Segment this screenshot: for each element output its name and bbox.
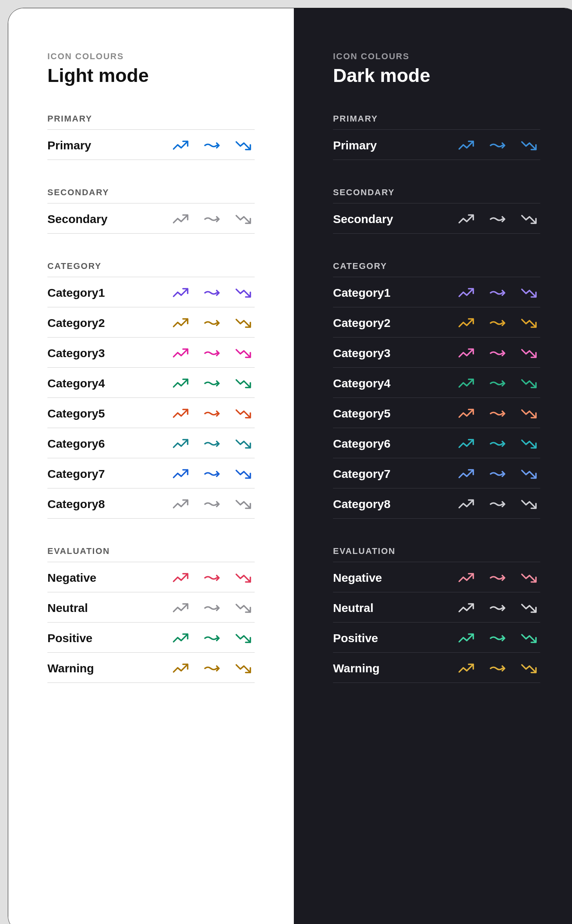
- trend-up-icon: [169, 661, 192, 675]
- swatch-label: Category7: [47, 467, 105, 481]
- swatch-label: Category1: [47, 286, 105, 300]
- section-label: SECONDARY: [47, 187, 255, 203]
- swatch-row-category3: Category3: [47, 338, 255, 368]
- sections-dark: PRIMARYPrimarySECONDARYSecondaryCATEGORY…: [333, 114, 540, 683]
- trend-up-icon: [169, 631, 192, 645]
- swatch-label: Primary: [333, 139, 377, 152]
- trend-up-icon: [169, 571, 192, 585]
- swatch-icons: [455, 316, 540, 330]
- swatch-row-category5: Category5: [47, 398, 255, 428]
- mode-title-dark: Dark mode: [333, 65, 540, 86]
- trend-down-icon: [232, 138, 255, 152]
- trend-flat-icon: [486, 571, 509, 585]
- section-primary: PRIMARYPrimary: [47, 114, 255, 160]
- swatch-row-category8: Category8: [47, 488, 255, 519]
- trend-down-icon: [518, 571, 540, 585]
- section-label: CATEGORY: [333, 261, 540, 277]
- section-label: SECONDARY: [333, 187, 540, 203]
- mode-title-light: Light mode: [47, 65, 255, 86]
- swatch-icons: [455, 212, 540, 226]
- section-category: CATEGORYCategory1Category2Category3Categ…: [333, 261, 540, 519]
- trend-down-icon: [232, 571, 255, 585]
- swatch-row-category2: Category2: [333, 307, 540, 338]
- trend-flat-icon: [201, 467, 223, 481]
- swatch-row-category2: Category2: [47, 307, 255, 338]
- swatch-label: Category2: [47, 316, 105, 330]
- swatch-label: Neutral: [333, 601, 373, 615]
- trend-flat-icon: [486, 212, 509, 226]
- trend-flat-icon: [201, 631, 223, 645]
- trend-up-icon: [455, 631, 478, 645]
- trend-down-icon: [232, 316, 255, 330]
- trend-up-icon: [455, 346, 478, 360]
- trend-flat-icon: [201, 571, 223, 585]
- swatch-label: Category7: [333, 467, 391, 481]
- trend-flat-icon: [486, 601, 509, 615]
- swatch-icons: [169, 316, 255, 330]
- dark-mode-column: ICON COLOURS Dark mode PRIMARYPrimarySEC…: [294, 8, 572, 924]
- swatch-icons: [169, 212, 255, 226]
- swatch-row-warning: Warning: [333, 653, 540, 683]
- swatch-label: Category3: [47, 347, 105, 360]
- trend-up-icon: [169, 601, 192, 615]
- swatch-icons: [169, 407, 255, 421]
- swatch-icons: [455, 467, 540, 481]
- swatch-row-negative: Negative: [333, 562, 540, 592]
- swatch-icons: [169, 138, 255, 152]
- trend-up-icon: [169, 467, 192, 481]
- swatch-row-category3: Category3: [333, 338, 540, 368]
- swatch-icons: [169, 571, 255, 585]
- trend-down-icon: [518, 346, 540, 360]
- trend-flat-icon: [201, 497, 223, 511]
- swatch-icons: [455, 601, 540, 615]
- swatch-row-neutral: Neutral: [333, 592, 540, 623]
- swatch-row-category4: Category4: [47, 368, 255, 398]
- swatch-row-category8: Category8: [333, 488, 540, 519]
- trend-down-icon: [232, 437, 255, 451]
- trend-flat-icon: [201, 316, 223, 330]
- swatch-label: Category8: [47, 497, 105, 511]
- trend-up-icon: [169, 407, 192, 421]
- section-evaluation: EVALUATIONNegativeNeutralPositiveWarning: [333, 546, 540, 683]
- trend-flat-icon: [486, 376, 509, 390]
- trend-up-icon: [455, 376, 478, 390]
- swatch-label: Secondary: [47, 212, 107, 226]
- swatch-row-positive: Positive: [47, 623, 255, 653]
- swatch-row-category7: Category7: [47, 458, 255, 488]
- trend-up-icon: [455, 661, 478, 675]
- swatch-row-warning: Warning: [47, 653, 255, 683]
- trend-down-icon: [518, 631, 540, 645]
- trend-up-icon: [169, 376, 192, 390]
- swatch-row-primary: Primary: [333, 130, 540, 160]
- trend-flat-icon: [201, 437, 223, 451]
- swatch-label: Warning: [333, 662, 380, 675]
- swatch-label: Primary: [47, 139, 91, 152]
- trend-flat-icon: [201, 661, 223, 675]
- swatch-icons: [169, 631, 255, 645]
- swatch-label: Category6: [47, 437, 105, 450]
- swatch-icons: [169, 661, 255, 675]
- trend-down-icon: [232, 212, 255, 226]
- swatch-icons: [169, 497, 255, 511]
- trend-down-icon: [518, 376, 540, 390]
- trend-up-icon: [455, 467, 478, 481]
- swatch-label: Category2: [333, 316, 391, 330]
- swatch-icons: [169, 376, 255, 390]
- trend-flat-icon: [486, 437, 509, 451]
- swatch-icons: [455, 376, 540, 390]
- trend-up-icon: [455, 601, 478, 615]
- trend-flat-icon: [486, 467, 509, 481]
- swatch-label: Warning: [47, 662, 94, 675]
- trend-down-icon: [232, 346, 255, 360]
- trend-down-icon: [518, 601, 540, 615]
- trend-down-icon: [232, 286, 255, 300]
- trend-down-icon: [232, 467, 255, 481]
- swatch-icons: [455, 407, 540, 421]
- swatch-label: Category4: [333, 377, 391, 390]
- trend-up-icon: [455, 212, 478, 226]
- section-evaluation: EVALUATIONNegativeNeutralPositiveWarning: [47, 546, 255, 683]
- trend-down-icon: [518, 316, 540, 330]
- trend-down-icon: [232, 407, 255, 421]
- swatch-icons: [455, 631, 540, 645]
- trend-up-icon: [169, 437, 192, 451]
